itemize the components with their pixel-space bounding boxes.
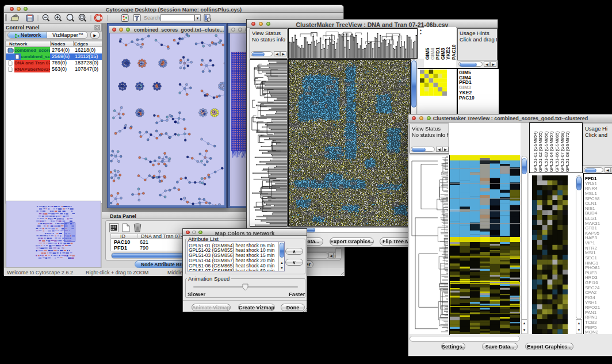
svg-text:GPL51-08 (GSM872): GPL51-08 (GSM872) <box>565 131 570 172</box>
svg-text:GPL51-02 (GSM855): GPL51-02 (GSM855) <box>538 131 543 172</box>
svg-text:GPL51-07 (GSM868): GPL51-07 (GSM868) <box>560 131 565 172</box>
svg-text:PAC10: PAC10 <box>451 44 457 60</box>
svg-text:GPL51-06 (GSM865): GPL51-06 (GSM865) <box>554 131 560 172</box>
svg-text:GPL51-01 (GSM854): GPL51-01 (GSM854) <box>533 131 538 172</box>
svg-text:GPL51-03 (GSM856): GPL51-03 (GSM856) <box>544 131 549 172</box>
svg-text:GPL51-04 (GSM857): GPL51-04 (GSM857) <box>549 131 554 172</box>
